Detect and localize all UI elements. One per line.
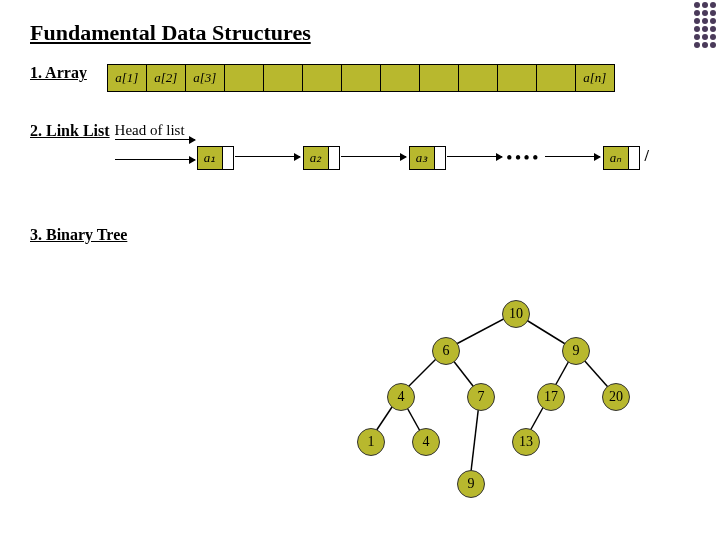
ellipsis: •••• — [507, 149, 541, 167]
section-linklist-label: 2. Link List — [30, 122, 110, 140]
tree-node: 4 — [412, 428, 440, 456]
array-cell — [420, 65, 459, 91]
array-cell — [264, 65, 303, 91]
terminator: / — [645, 147, 649, 165]
node-pointer — [628, 147, 639, 169]
array-cell: a[n] — [576, 65, 614, 91]
array-cell — [381, 65, 420, 91]
tree-node: 10 — [502, 300, 530, 328]
list-node: a₂ — [303, 146, 340, 170]
tree-node: 1 — [357, 428, 385, 456]
tree-node: 6 — [432, 337, 460, 365]
tree-node: 13 — [512, 428, 540, 456]
array-cell — [498, 65, 537, 91]
node-value: a₃ — [410, 147, 434, 169]
tree-node: 17 — [537, 383, 565, 411]
tree-node: 9 — [562, 337, 590, 365]
list-node: aₙ — [603, 146, 640, 170]
node-pointer — [222, 147, 233, 169]
tree-node: 9 — [457, 470, 485, 498]
array-diagram: a[1] a[2] a[3] a[n] — [107, 64, 615, 92]
linklist-head-label: Head of list — [115, 122, 675, 139]
array-cell — [303, 65, 342, 91]
tree-node: 7 — [467, 383, 495, 411]
node-pointer — [434, 147, 445, 169]
node-value: aₙ — [604, 147, 628, 169]
array-cell: a[2] — [147, 65, 186, 91]
binary-tree-diagram: 10 6 9 4 7 17 20 1 4 13 9 — [350, 295, 670, 525]
node-pointer — [328, 147, 339, 169]
array-cell: a[3] — [186, 65, 225, 91]
decorative-dots — [694, 2, 716, 48]
section-array-label: 1. Array — [30, 64, 87, 82]
page-title: Fundamental Data Structures — [30, 20, 690, 46]
node-value: a₂ — [304, 147, 328, 169]
array-cell — [537, 65, 576, 91]
node-value: a₁ — [198, 147, 222, 169]
list-node: a₁ — [197, 146, 234, 170]
array-cell — [459, 65, 498, 91]
tree-node: 20 — [602, 383, 630, 411]
array-cell — [342, 65, 381, 91]
array-cell — [225, 65, 264, 91]
list-node: a₃ — [409, 146, 446, 170]
section-tree-label: 3. Binary Tree — [30, 226, 127, 244]
linklist-diagram: a₁ a₂ a₃ •••• aₙ / — [115, 141, 675, 171]
array-cell: a[1] — [108, 65, 147, 91]
tree-node: 4 — [387, 383, 415, 411]
